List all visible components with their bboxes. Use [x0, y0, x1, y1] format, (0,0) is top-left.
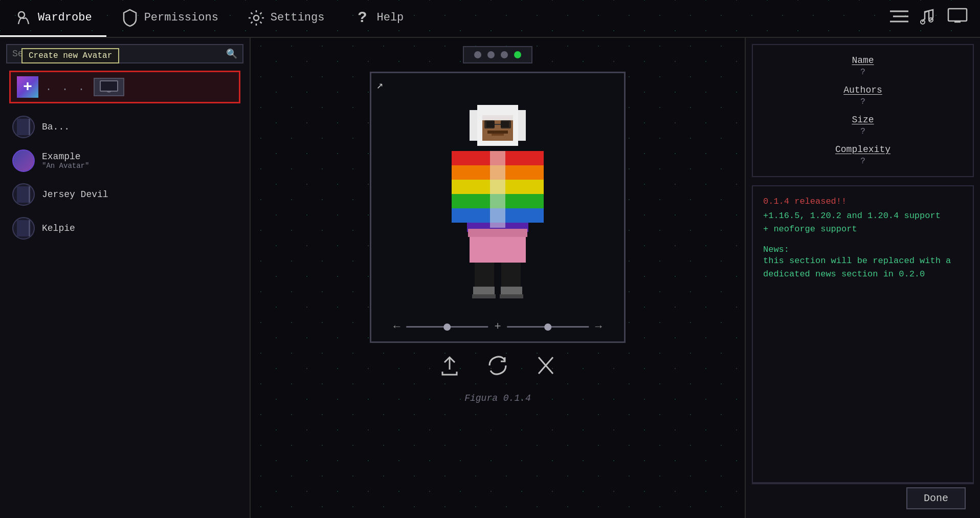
complexity-value: ?	[860, 157, 865, 166]
svg-rect-44	[501, 263, 521, 288]
tab-permissions[interactable]: Permissions	[106, 0, 233, 37]
authors-row: Authors ?	[765, 85, 961, 106]
permissions-label: Permissions	[144, 11, 218, 24]
sidebar: 🔍 Create new Avatar + . . .	[0, 38, 251, 518]
shield-icon	[121, 9, 139, 27]
svg-rect-43	[475, 263, 494, 288]
status-dot-2	[487, 51, 495, 58]
avatar-name-group: Example "An Avatar"	[42, 152, 89, 170]
status-dots	[463, 46, 532, 63]
settings-label: Settings	[271, 11, 325, 24]
slider-right-arrow[interactable]: →	[595, 320, 602, 333]
upload-button[interactable]	[436, 351, 463, 385]
svg-rect-10	[100, 81, 118, 91]
menu-icon[interactable]	[890, 9, 908, 28]
svg-rect-47	[472, 294, 496, 298]
svg-rect-35	[452, 208, 467, 223]
slider-left-arrow[interactable]: ←	[393, 320, 400, 333]
name-row: Name ?	[765, 55, 961, 77]
list-item[interactable]: Example "An Avatar"	[8, 144, 241, 177]
svg-rect-15	[518, 110, 526, 141]
avatar-preview: ↗	[370, 72, 626, 343]
help-icon: ?	[353, 9, 371, 27]
slider-track[interactable]	[406, 326, 488, 328]
support-line-2: + neoforge support	[763, 223, 963, 236]
svg-rect-42	[468, 229, 527, 237]
svg-rect-21	[484, 120, 495, 128]
avatar-list: Ba... Example "An Avatar"	[6, 111, 243, 245]
rotate-icon[interactable]: +	[494, 320, 501, 333]
done-bar: Done	[752, 483, 974, 512]
status-dot-3	[501, 51, 508, 58]
avatar-figure	[441, 95, 554, 320]
create-avatar-highlight: + . . .	[9, 71, 240, 103]
svg-rect-37	[528, 165, 544, 180]
done-button[interactable]: Done	[906, 487, 966, 509]
avatar-thumb	[12, 149, 35, 172]
svg-point-1	[254, 15, 259, 20]
svg-point-0	[18, 12, 25, 18]
preview-slider: ← + →	[393, 320, 602, 333]
wardrobe-icon	[14, 9, 33, 27]
top-nav: Wardrobe Permissions Settings ? He	[0, 0, 980, 38]
body-layout: 🔍 Create new Avatar + . . .	[0, 38, 980, 518]
news-body: this section will be replaced with a ded…	[763, 254, 963, 280]
svg-rect-38	[528, 180, 544, 194]
avatar-slot-monitor	[94, 78, 124, 96]
expand-icon[interactable]: ↗	[376, 78, 383, 92]
list-item[interactable]: Ba...	[8, 111, 241, 143]
svg-rect-22	[501, 120, 511, 128]
settings-icon	[247, 9, 265, 27]
name-value: ?	[860, 68, 865, 77]
svg-rect-20	[487, 131, 508, 134]
svg-rect-33	[452, 180, 467, 194]
tab-help[interactable]: ? Help	[339, 0, 418, 37]
delete-button[interactable]	[532, 351, 559, 385]
action-buttons	[436, 351, 559, 385]
avatar-name: Ba...	[42, 122, 70, 132]
size-value: ?	[860, 127, 865, 136]
version-text: Figura 0.1.4	[464, 393, 531, 403]
complexity-row: Complexity ?	[765, 144, 961, 166]
right-panel: Name ? Authors ? Size ? Complexity ?	[745, 38, 980, 518]
list-item[interactable]: Kelpie	[8, 212, 241, 245]
avatar-thumb	[12, 183, 35, 206]
avatar-thumb	[12, 116, 35, 138]
svg-rect-7	[948, 9, 967, 21]
info-panel: Name ? Authors ? Size ? Complexity ?	[752, 44, 974, 177]
svg-rect-30	[490, 151, 505, 228]
monitor-icon[interactable]	[947, 8, 968, 29]
avatar-slot-dots: . . .	[46, 81, 86, 93]
create-avatar-button[interactable]: +	[17, 76, 38, 98]
music-icon[interactable]	[919, 8, 937, 29]
avatar-thumb	[12, 217, 35, 240]
search-icon: 🔍	[226, 48, 237, 59]
svg-rect-32	[452, 165, 467, 180]
wardrobe-label: Wardrobe	[38, 11, 92, 24]
header-icons	[878, 0, 980, 37]
svg-rect-49	[477, 105, 518, 120]
svg-rect-36	[528, 151, 544, 165]
list-item[interactable]: Jersey Devil	[8, 178, 241, 211]
release-line: 0.1.4 released!!	[763, 197, 963, 206]
refresh-button[interactable]	[483, 351, 512, 385]
svg-rect-39	[528, 194, 544, 208]
status-dot-1	[474, 51, 481, 58]
tab-settings[interactable]: Settings	[233, 0, 339, 37]
help-label: Help	[376, 11, 404, 24]
create-avatar-tooltip: Create new Avatar	[21, 48, 119, 63]
svg-rect-40	[528, 208, 544, 223]
name-label: Name	[852, 55, 874, 66]
authors-label: Authors	[843, 85, 882, 95]
create-avatar-container: Create new Avatar + . . .	[6, 68, 243, 106]
svg-rect-34	[452, 194, 467, 208]
size-label: Size	[852, 115, 874, 125]
svg-rect-31	[452, 151, 467, 165]
news-panel: 0.1.4 released!! +1.16.5, 1.20.2 and 1.2…	[752, 185, 974, 483]
slider-track-2[interactable]	[507, 326, 589, 328]
center-area: ↗	[251, 38, 745, 518]
status-dot-4	[514, 51, 521, 58]
svg-rect-14	[470, 110, 477, 141]
tab-wardrobe[interactable]: Wardrobe	[0, 0, 106, 37]
size-row: Size ?	[765, 115, 961, 136]
